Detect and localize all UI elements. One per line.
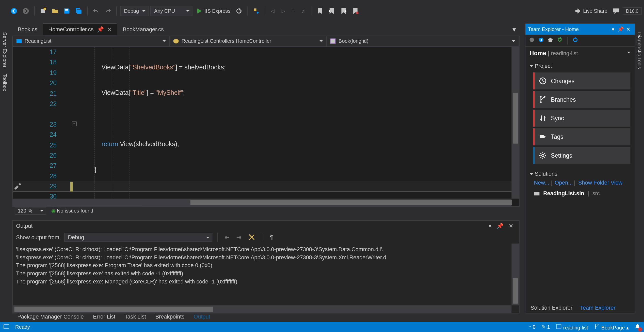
refresh-icon[interactable] <box>572 37 578 44</box>
project-combo[interactable]: ReadingList <box>13 36 170 46</box>
method-combo[interactable]: Book(long id) <box>327 36 519 46</box>
method-label: Book(long id) <box>339 38 368 44</box>
panel-menu-icon[interactable]: ▾ <box>486 222 494 229</box>
tab-pmc[interactable]: Package Manager Console <box>16 313 86 322</box>
output-hscrollbar[interactable] <box>13 305 511 313</box>
home-icon[interactable] <box>548 37 553 44</box>
live-share-button[interactable]: Live Share <box>573 6 609 16</box>
diagnostic-tools-tab[interactable]: Diagnostic Tools <box>635 30 643 72</box>
code-body[interactable]: ViewData["ShelvedBooks"] = shelvedBooks;… <box>80 47 512 199</box>
goto-prev-icon[interactable]: ⇤ <box>223 232 231 242</box>
status-text: Ready <box>15 324 30 330</box>
word-wrap-icon[interactable]: ¶ <box>267 232 276 242</box>
tab-breakpoints[interactable]: Breakpoints <box>154 313 186 322</box>
team-page-combo[interactable]: Home | reading-list <box>525 47 635 59</box>
server-explorer-tab[interactable]: Server Explorer <box>1 30 8 70</box>
pin-icon[interactable]: 📌 <box>494 222 506 229</box>
svg-rect-6 <box>613 8 619 12</box>
bookmark-icon[interactable] <box>315 6 325 16</box>
start-debug-button[interactable]: IIS Express <box>194 6 232 16</box>
sync-card[interactable]: Sync <box>533 110 630 127</box>
output-source-combo[interactable]: Debug <box>64 233 212 242</box>
clear-output-icon[interactable] <box>246 232 256 242</box>
pin-icon[interactable]: 📌 <box>617 26 624 32</box>
editor-vscrollbar[interactable] <box>511 47 519 199</box>
unpushed-commits[interactable]: ↑ 0 <box>529 324 536 330</box>
solution-config-combo[interactable]: Debug <box>120 6 149 16</box>
svg-point-1 <box>23 8 29 14</box>
tab-overflow-icon[interactable]: ▾ <box>509 23 520 35</box>
new-project-icon[interactable] <box>38 6 48 16</box>
file-tab-bookmanager[interactable]: BookManager.cs <box>117 23 169 35</box>
tags-card[interactable]: Tags <box>533 128 630 145</box>
te-fwd-icon[interactable] <box>538 37 544 44</box>
bottom-panel-tabs: Package Manager Console Error List Task … <box>12 313 520 322</box>
document-tabs: Book.cs HomeController.cs 📌 ✕ BookManage… <box>12 23 520 35</box>
goto-next-icon[interactable]: ⇥ <box>235 232 243 242</box>
nav-back-icon[interactable] <box>9 6 19 16</box>
notification-bell-icon[interactable] <box>635 323 640 330</box>
vs-version-chip: D16.0 <box>623 7 642 15</box>
output-text[interactable]: 'iisexpress.exe' (CoreCLR: clrhost): Loa… <box>16 245 511 306</box>
te-back-icon[interactable] <box>529 37 535 44</box>
settings-card[interactable]: Settings <box>533 147 630 164</box>
redo-icon[interactable] <box>103 6 113 16</box>
editor-hscrollbar[interactable] <box>13 199 511 206</box>
feedback-icon[interactable] <box>611 6 621 16</box>
new-solution-link[interactable]: New... <box>534 179 549 186</box>
changes-card[interactable]: Changes <box>533 72 630 89</box>
save-all-icon[interactable] <box>74 6 84 16</box>
zoom-combo[interactable]: 120 % <box>15 207 46 215</box>
tab-errorlist[interactable]: Error List <box>91 313 117 322</box>
file-tab-book[interactable]: Book.cs <box>12 23 43 35</box>
toolbox-tab[interactable]: Toolbox <box>1 71 8 94</box>
repo-indicator[interactable]: reading-list <box>556 323 588 330</box>
pin-icon[interactable]: 📌 <box>97 26 104 32</box>
pending-edits[interactable]: ✎ 1 <box>541 324 550 330</box>
solution-item[interactable]: ReadingList.sln|src <box>530 188 631 197</box>
close-icon[interactable]: ✕ <box>624 26 632 32</box>
project-section-header[interactable]: Project <box>530 61 631 71</box>
output-vscrollbar[interactable] <box>511 244 519 305</box>
tab-tasklist[interactable]: Task List <box>123 313 148 322</box>
tab-solution-explorer[interactable]: Solution Explorer <box>529 304 574 313</box>
code-editor[interactable]: 171819202122 232425262728293031 − ViewDa… <box>12 47 520 207</box>
window-menu-icon[interactable]: ▾ <box>609 26 617 32</box>
svg-rect-3 <box>44 8 46 10</box>
team-title: Team Explorer - Home <box>528 26 579 32</box>
step-icon[interactable] <box>251 6 261 16</box>
open-file-icon[interactable] <box>50 6 60 16</box>
svg-rect-18 <box>557 324 561 328</box>
branch-indicator[interactable]: BookPage ▴ <box>594 323 629 330</box>
svg-rect-17 <box>4 324 9 328</box>
close-icon[interactable]: ✕ <box>107 26 112 32</box>
open-solution-link[interactable]: Open... <box>555 179 573 186</box>
undo-icon[interactable] <box>91 6 101 16</box>
issues-indicator[interactable]: ◉ No issues found <box>51 208 93 214</box>
bookmark-prev-icon[interactable] <box>327 6 337 16</box>
folder-view-link[interactable]: Show Folder View <box>578 179 622 186</box>
fold-toggle[interactable]: − <box>72 122 76 126</box>
bookmark-next-icon[interactable] <box>338 6 348 16</box>
class-combo[interactable]: ReadingList.Controllers.HomeController <box>170 36 327 46</box>
file-tab-label: HomeController.cs <box>48 26 93 32</box>
comment-icon: ≡ <box>289 6 297 16</box>
tab-team-explorer[interactable]: Team Explorer <box>578 304 617 313</box>
svg-point-9 <box>529 37 534 42</box>
solutions-section-header[interactable]: Solutions <box>530 169 631 179</box>
screwdriver-icon[interactable] <box>13 183 22 190</box>
main-toolbar: Debug Any CPU IIS Express ◁ ▷ ≡ ≢ Live S… <box>9 4 642 18</box>
tab-output[interactable]: Output <box>192 313 212 322</box>
plug-icon[interactable] <box>557 37 562 44</box>
refresh-icon[interactable] <box>234 6 244 16</box>
line-gutter: 171819202122 232425262728293031 <box>13 47 60 199</box>
branches-card[interactable]: Branches <box>533 91 630 108</box>
bookmark-clear-icon[interactable] <box>350 6 360 16</box>
save-icon[interactable] <box>62 6 72 16</box>
file-tab-homecontroller[interactable]: HomeController.cs 📌 ✕ <box>43 23 117 35</box>
class-label: ReadingList.Controllers.HomeController <box>182 38 271 44</box>
close-icon[interactable]: ✕ <box>506 222 516 229</box>
team-explorer-pane: Team Explorer - Home ▾ 📌 ✕ Home | readin… <box>525 23 635 313</box>
svg-point-10 <box>539 37 543 42</box>
solution-platform-combo[interactable]: Any CPU <box>150 6 193 16</box>
